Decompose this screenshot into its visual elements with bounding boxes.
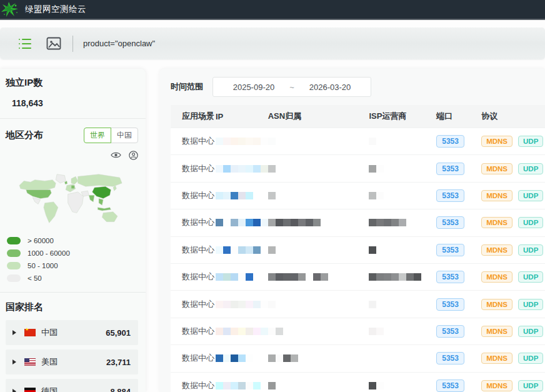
table-row[interactable]: 数据中心5353MDNSUDP [171, 182, 545, 209]
port-badge[interactable]: 5353 [436, 271, 464, 283]
isp-redacted-mosaic [369, 301, 436, 308]
scenario-cell: 数据中心 [171, 217, 216, 228]
mosaic-block [253, 165, 261, 173]
table-row[interactable]: 数据中心5353MDNSUDP [171, 128, 545, 154]
stats-sidebar: 独立IP数 118,643 地区分布 世界中国 [0, 69, 146, 392]
divider [0, 118, 146, 119]
table-row[interactable]: 数据中心5353MDNSUDP [171, 263, 545, 290]
eye-icon[interactable] [111, 151, 121, 159]
column-header: 协议 [481, 111, 545, 122]
ip-cell [216, 192, 268, 199]
port-badge[interactable]: 5353 [436, 216, 464, 229]
end-date[interactable]: 2026-03-20 [309, 83, 351, 92]
protocol-badge-udp[interactable]: UDP [518, 380, 543, 391]
protocol-badge-udp[interactable]: UDP [518, 136, 543, 147]
table-header-row: 应用场景IPASN归属ISP运营商端口协议 [171, 105, 545, 128]
table-row[interactable]: 数据中心5353MDNSUDP [171, 154, 545, 181]
protocol-badge-mdns[interactable]: MDNS [481, 380, 512, 391]
country-ranking-row[interactable]: 中国65,901 [6, 320, 138, 345]
table-row[interactable]: 数据中心5353MDNSUDP [171, 344, 545, 371]
port-cell: 5353 [436, 325, 481, 338]
protocol-badge-mdns[interactable]: MDNS [481, 136, 512, 147]
isp-redacted-mosaic [369, 246, 436, 254]
expand-caret-icon[interactable] [12, 359, 16, 364]
mosaic-block [246, 273, 253, 281]
protocol-badge-mdns[interactable]: MDNS [481, 244, 512, 256]
country-ranking-row[interactable]: 美国23,711 [6, 349, 138, 374]
protocol-badge-udp[interactable]: UDP [518, 190, 543, 201]
image-view-icon[interactable] [46, 37, 61, 50]
port-badge[interactable]: 5353 [436, 135, 464, 148]
date-range-picker[interactable]: 2025-09-20 ~ 2026-03-20 [212, 77, 371, 97]
protocol-badge-mdns[interactable]: MDNS [481, 217, 512, 228]
toolbar-divider [72, 36, 73, 52]
mosaic-block [223, 328, 231, 335]
flag-icon-cn [24, 329, 36, 336]
port-badge[interactable]: 5353 [436, 352, 464, 364]
port-badge[interactable]: 5353 [436, 163, 464, 175]
map-toolbar [6, 151, 138, 160]
region-tab-china[interactable]: 中国 [111, 128, 138, 143]
protocol-badge-mdns[interactable]: MDNS [481, 163, 512, 174]
search-query-text[interactable]: product="openclaw" [83, 39, 155, 48]
protocol-badge-mdns[interactable]: MDNS [481, 271, 512, 283]
expand-caret-icon[interactable] [12, 389, 16, 392]
mosaic-block [216, 246, 223, 254]
table-row[interactable]: 数据中心5353MDNSUDP [171, 372, 545, 392]
mosaic-block [376, 219, 384, 226]
port-badge[interactable]: 5353 [436, 298, 464, 311]
mosaic-block [216, 354, 223, 362]
ip-redacted-mosaic [216, 301, 268, 308]
ip-cell [216, 382, 268, 389]
port-badge[interactable]: 5353 [436, 325, 464, 338]
isp-cell [369, 301, 436, 308]
isp-cell [369, 219, 436, 226]
mosaic-block [391, 273, 399, 281]
mosaic-block [238, 192, 246, 199]
protocol-badge-udp[interactable]: UDP [518, 299, 543, 310]
protocol-badge-mdns[interactable]: MDNS [481, 299, 512, 310]
mosaic-block [231, 382, 238, 389]
ip-redacted-mosaic [216, 354, 268, 362]
mosaic-block [384, 219, 391, 226]
start-date[interactable]: 2025-09-20 [233, 83, 275, 92]
isp-redacted-mosaic [369, 138, 436, 145]
table-row[interactable]: 数据中心5353MDNSUDP [171, 318, 545, 344]
mosaic-block [268, 354, 276, 362]
country-ranking-row[interactable]: 德国8,884 [6, 379, 138, 392]
protocol-badge-udp[interactable]: UDP [518, 326, 543, 337]
country-ranking-title: 国家排名 [6, 301, 138, 313]
region-tab-world[interactable]: 世界 [84, 128, 111, 143]
port-badge[interactable]: 5353 [436, 379, 464, 392]
expand-caret-icon[interactable] [12, 330, 16, 335]
mosaic-block [268, 246, 276, 254]
person-icon[interactable] [129, 151, 138, 160]
world-choropleth-map[interactable] [9, 169, 138, 232]
isp-cell [369, 138, 436, 145]
protocol-badge-mdns[interactable]: MDNS [481, 326, 512, 337]
protocol-badge-udp[interactable]: UDP [518, 353, 543, 364]
port-cell: 5353 [436, 189, 481, 202]
table-row[interactable]: 数据中心5353MDNSUDP [171, 290, 545, 317]
mosaic-block [261, 328, 268, 335]
protocol-badge-mdns[interactable]: MDNS [481, 353, 512, 364]
protocol-badge-mdns[interactable]: MDNS [481, 190, 512, 201]
protocol-badge-udp[interactable]: UDP [518, 244, 543, 256]
table-row[interactable]: 数据中心5353MDNSUDP [171, 209, 545, 236]
protocol-cell: MDNSUDP [481, 299, 545, 310]
port-badge[interactable]: 5353 [436, 244, 464, 256]
table-row[interactable]: 数据中心5353MDNSUDP [171, 236, 545, 263]
protocol-cell: MDNSUDP [481, 326, 545, 337]
legend-swatch [7, 274, 21, 282]
mosaic-block [369, 165, 376, 173]
mosaic-block [291, 273, 298, 281]
protocol-badge-udp[interactable]: UDP [518, 217, 543, 228]
list-view-icon[interactable] [18, 37, 32, 51]
port-badge[interactable]: 5353 [436, 189, 464, 202]
mosaic-block [253, 382, 261, 389]
mosaic-block [216, 273, 223, 281]
ip-redacted-mosaic [216, 138, 268, 145]
isp-cell [369, 273, 436, 281]
protocol-badge-udp[interactable]: UDP [518, 163, 543, 174]
protocol-badge-udp[interactable]: UDP [518, 271, 543, 283]
